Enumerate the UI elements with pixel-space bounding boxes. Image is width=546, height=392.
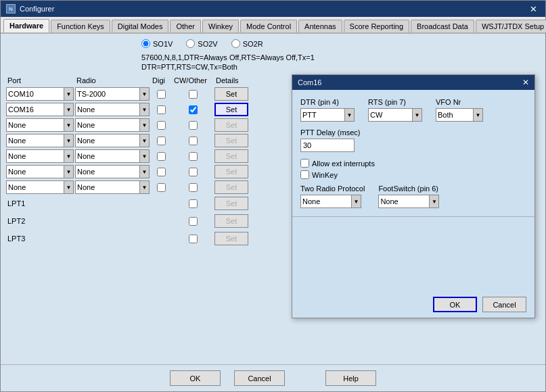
allow-ext-checkbox[interactable] bbox=[300, 159, 309, 168]
set-button-6[interactable]: Set bbox=[214, 165, 248, 178]
port-select-1[interactable]: COM10COM16None ▼ bbox=[6, 87, 74, 101]
lpt2-set-btn[interactable]: Set bbox=[214, 214, 248, 228]
port-dropdown-1[interactable]: COM10COM16None bbox=[6, 87, 74, 101]
tab-score-reporting[interactable]: Score Reporting bbox=[344, 20, 410, 32]
cancel-button[interactable]: Cancel bbox=[234, 370, 285, 386]
lpt1-set-btn[interactable]: Set bbox=[214, 197, 248, 210]
radio-dropdown-1[interactable]: TS-2000None bbox=[75, 87, 150, 101]
col-cw-other: CW/Other bbox=[174, 76, 214, 84]
tab-broadcast-data[interactable]: Broadcast Data bbox=[411, 20, 474, 32]
cw-check-3[interactable] bbox=[173, 121, 213, 130]
lpt1-check[interactable] bbox=[173, 199, 213, 208]
com16-dialog: Com16 ✕ DTR (pin 4) PTTCWAlways OffAlway… bbox=[292, 74, 535, 318]
ok-button[interactable]: OK bbox=[170, 370, 221, 386]
set-button-3[interactable]: Set bbox=[214, 118, 248, 132]
lpt3-check[interactable] bbox=[173, 235, 213, 243]
lpt1-label: LPT1 bbox=[6, 199, 74, 207]
digi-check-2[interactable] bbox=[151, 105, 171, 114]
radio-select-1[interactable]: TS-2000None ▼ bbox=[75, 87, 150, 101]
dialog-close-button[interactable]: ✕ bbox=[522, 78, 529, 87]
cw-check-2[interactable] bbox=[173, 105, 213, 114]
so2v-option[interactable]: SO2V bbox=[186, 39, 217, 48]
port-select-3[interactable]: None▼ bbox=[6, 118, 74, 132]
proto-footswitch-row: Two Radio Protocol NoneOTRSPMK2R ▼ FootS… bbox=[300, 185, 526, 208]
dialog-content: DTR (pin 4) PTTCWAlways OffAlways On ▼ R… bbox=[292, 90, 534, 216]
radio-select-3[interactable]: None▼ bbox=[75, 118, 150, 132]
allow-ext-label: Allow ext interrupts bbox=[312, 160, 375, 168]
rts-label: RTS (pin 7) bbox=[368, 98, 422, 106]
so2v-radio[interactable] bbox=[186, 39, 195, 48]
vfo-label: VFO Nr bbox=[436, 98, 483, 106]
digi-check-3[interactable] bbox=[151, 121, 171, 130]
cw-check-5[interactable] bbox=[173, 152, 213, 161]
ptt-delay-section: PTT Delay (msec) bbox=[300, 128, 526, 152]
main-window: N Configurer ✕ Hardware Function Keys Di… bbox=[0, 0, 546, 392]
rts-field: RTS (pin 7) CWPTTAlways OffAlways On ▼ bbox=[368, 98, 422, 122]
so2r-radio[interactable] bbox=[231, 39, 240, 48]
lpt3-set-btn[interactable]: Set bbox=[214, 232, 248, 245]
cw-check-4[interactable] bbox=[173, 137, 213, 145]
port-select-6[interactable]: None▼ bbox=[6, 165, 74, 178]
window-close-button[interactable]: ✕ bbox=[527, 4, 540, 14]
footswitch-combo[interactable]: NonePTTTX Inhibit ▼ bbox=[378, 195, 439, 208]
lpt2-check[interactable] bbox=[173, 217, 213, 226]
so2r-label: SO2R bbox=[243, 40, 263, 48]
dialog-ok-button[interactable]: OK bbox=[433, 297, 477, 312]
lpt3-label: LPT3 bbox=[6, 235, 74, 243]
so1v-option[interactable]: SO1V bbox=[141, 39, 173, 48]
digi-check-1[interactable] bbox=[151, 90, 171, 99]
dtr-select[interactable]: PTTCWAlways OffAlways On bbox=[300, 108, 355, 122]
set-button-2[interactable]: Set bbox=[214, 103, 248, 116]
two-radio-combo[interactable]: NoneOTRSPMK2R ▼ bbox=[300, 195, 361, 208]
port-select-4[interactable]: None▼ bbox=[6, 134, 74, 147]
help-button[interactable]: Help bbox=[325, 370, 376, 386]
radio-select-2[interactable]: NoneTS-2000 ▼ bbox=[75, 103, 150, 116]
port-select-5[interactable]: None▼ bbox=[6, 149, 74, 163]
set-button-5[interactable]: Set bbox=[214, 149, 248, 163]
port-dropdown-2[interactable]: COM16COM10None bbox=[6, 103, 74, 116]
tab-function-keys[interactable]: Function Keys bbox=[51, 20, 110, 32]
cw-check-1[interactable] bbox=[173, 90, 213, 99]
tab-hardware[interactable]: Hardware bbox=[3, 19, 49, 32]
app-icon: N bbox=[6, 4, 16, 14]
vfo-combo[interactable]: Both12 ▼ bbox=[436, 108, 483, 122]
dialog-cancel-button[interactable]: Cancel bbox=[482, 297, 526, 312]
tab-wsjt-jtdx[interactable]: WSJT/JTDX Setup bbox=[476, 20, 546, 32]
col-radio: Radio bbox=[76, 76, 151, 84]
digi-check-6[interactable] bbox=[151, 168, 171, 176]
rts-select[interactable]: CWPTTAlways OffAlways On bbox=[368, 108, 422, 122]
two-radio-select[interactable]: NoneOTRSPMK2R bbox=[300, 195, 361, 208]
winkey-checkbox[interactable] bbox=[300, 170, 309, 179]
rts-combo[interactable]: CWPTTAlways OffAlways On ▼ bbox=[368, 108, 422, 122]
dialog-title: Com16 bbox=[298, 78, 321, 87]
so2r-option[interactable]: SO2R bbox=[231, 39, 263, 48]
radio-dropdown-2[interactable]: NoneTS-2000 bbox=[75, 103, 150, 116]
tab-digital-modes[interactable]: Digital Modes bbox=[112, 20, 169, 32]
dtr-combo[interactable]: PTTCWAlways OffAlways On ▼ bbox=[300, 108, 355, 122]
port-select-2[interactable]: COM16COM10None ▼ bbox=[6, 103, 74, 116]
vfo-select[interactable]: Both12 bbox=[436, 108, 483, 122]
so1v-radio[interactable] bbox=[141, 39, 150, 48]
radio-select-4[interactable]: None▼ bbox=[75, 134, 150, 147]
digi-check-5[interactable] bbox=[151, 152, 171, 161]
set-button-1[interactable]: Set bbox=[214, 87, 248, 101]
tab-antennas[interactable]: Antennas bbox=[298, 20, 342, 32]
tab-mode-control[interactable]: Mode Control bbox=[240, 20, 297, 32]
cw-check-6[interactable] bbox=[173, 168, 213, 176]
radio-select-7[interactable]: None▼ bbox=[75, 180, 150, 194]
cw-check-7[interactable] bbox=[173, 183, 213, 192]
footswitch-select[interactable]: NonePTTTX Inhibit bbox=[378, 195, 439, 208]
two-radio-field: Two Radio Protocol NoneOTRSPMK2R ▼ bbox=[300, 185, 365, 208]
set-button-7[interactable]: Set bbox=[214, 180, 248, 194]
winkey-row: WinKey bbox=[300, 170, 526, 179]
set-button-4[interactable]: Set bbox=[214, 134, 248, 147]
col-digi: Digi bbox=[152, 76, 173, 84]
radio-select-5[interactable]: None▼ bbox=[75, 149, 150, 163]
radio-select-6[interactable]: None▼ bbox=[75, 165, 150, 178]
digi-check-7[interactable] bbox=[151, 183, 171, 192]
tab-other[interactable]: Other bbox=[170, 20, 201, 32]
ptt-delay-input[interactable] bbox=[300, 139, 355, 152]
tab-winkey[interactable]: Winkey bbox=[202, 20, 239, 32]
digi-check-4[interactable] bbox=[151, 137, 171, 145]
port-select-7[interactable]: None▼ bbox=[6, 180, 74, 194]
